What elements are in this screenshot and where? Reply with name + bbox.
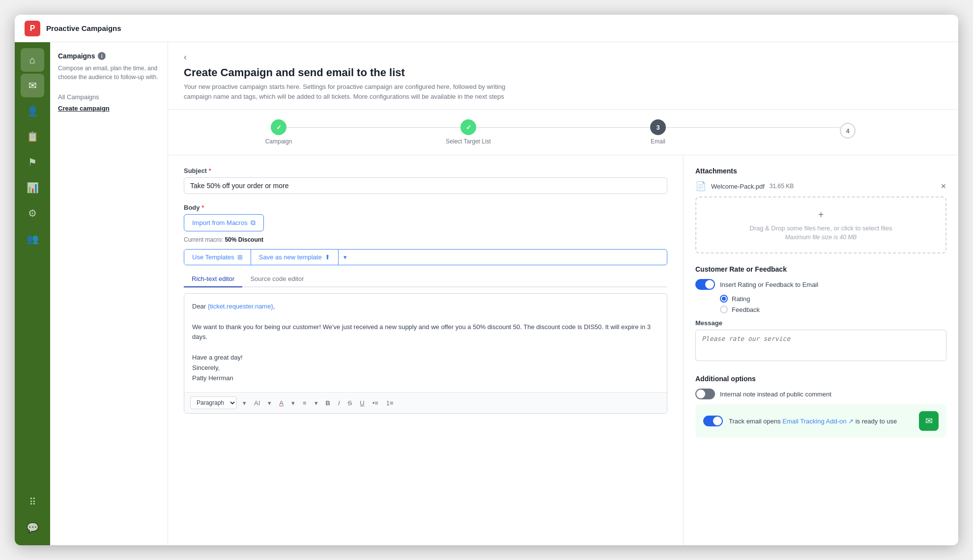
track-badge-icon: ✉ (919, 411, 939, 431)
insert-rating-toggle-row: Insert Rating or Feedback to Email (695, 279, 946, 290)
drop-zone[interactable]: + Drag & Drop some files here, or click … (695, 196, 946, 253)
page-title: Create Campaign and send email to the li… (184, 66, 943, 79)
sidebar-item-contact[interactable]: 👥 (21, 227, 44, 251)
form-area: Subject * Body * Import from Macros (168, 155, 958, 545)
attachment-remove-button[interactable]: ✕ (941, 182, 946, 190)
step-label-campaign: Campaign (265, 138, 292, 145)
toolbar-align-chevron[interactable]: ▾ (313, 398, 320, 408)
sidebar-item-grid[interactable]: ⠿ (21, 490, 44, 514)
sidebar-item-flag[interactable]: ⚑ (21, 150, 44, 174)
attachment-item: 📄 Welcome-Pack.pdf 31.65 KB ✕ (695, 181, 946, 192)
sidebar-item-reports[interactable]: 📋 (21, 125, 44, 148)
max-file-size: Maximum file size is 40 MB (708, 234, 934, 241)
toolbar-ai-chevron[interactable]: ▾ (266, 398, 273, 408)
sidebar: ⌂ ✉ 👤 📋 ⚑ 📊 ⚙ 👥 ⠿ 💬 (15, 42, 50, 545)
toolbar-underline[interactable]: U (358, 398, 366, 408)
step-campaign: ✓ Campaign (184, 119, 373, 145)
editor-body: Dear {ticket.requester.name}, We want to… (184, 293, 667, 414)
import-macros-button[interactable]: Import from Macros ⧉ (184, 214, 264, 231)
track-email-text: Track email opens Email Tracking Add-on … (729, 418, 913, 425)
file-icon: 📄 (695, 181, 706, 192)
back-button[interactable]: ‹ (184, 52, 187, 62)
internal-note-toggle[interactable] (695, 389, 715, 399)
email-tracking-link[interactable]: Email Tracking Add-on ↗ (782, 418, 855, 425)
import-macros-label: Import from Macros (192, 219, 248, 226)
subject-input[interactable] (184, 177, 667, 194)
editor-content[interactable]: Dear {ticket.requester.name}, We want to… (184, 294, 667, 392)
step-label-email: Email (651, 138, 665, 145)
sidebar-item-chart[interactable]: 📊 (21, 176, 44, 199)
body-label: Body * (184, 204, 667, 211)
step-target: ✓ Select Target List (373, 119, 563, 145)
attachments-section: Attachments 📄 Welcome-Pack.pdf 31.65 KB … (695, 167, 946, 253)
sidebar-item-chat[interactable]: 💬 (21, 516, 44, 539)
insert-rating-toggle[interactable] (695, 279, 715, 290)
toolbar-bold[interactable]: B (324, 398, 332, 408)
info-badge: i (98, 52, 106, 60)
save-as-template-button[interactable]: Save as new template ⬆ (251, 250, 338, 265)
sidebar-item-users[interactable]: 👤 (21, 99, 44, 123)
toolbar-bullet-list[interactable]: •≡ (371, 398, 380, 408)
step-email: 3 Email (563, 119, 753, 145)
track-email-toggle[interactable] (703, 416, 723, 426)
left-panel: Campaigns i Compose an email, plan the t… (50, 42, 168, 545)
insert-rating-label: Insert Rating or Feedback to Email (720, 281, 818, 288)
customer-rate-title: Customer Rate or Feedback (695, 265, 946, 273)
message-input[interactable] (695, 330, 946, 361)
sidebar-item-email[interactable]: ✉ (21, 74, 44, 97)
editor-tabs: Rich-text editor Source code editor (184, 271, 667, 287)
paragraph-select[interactable]: Paragraph (190, 396, 237, 409)
tab-source-code[interactable]: Source code editor (242, 271, 312, 287)
additional-options-title: Additional options (695, 375, 946, 383)
current-macro: Current macro: 50% Discount (184, 236, 667, 243)
toolbar-font-color[interactable]: A (277, 398, 286, 408)
message-group: Message (695, 319, 946, 363)
radio-rating[interactable]: Rating (720, 295, 946, 303)
step-circle-campaign: ✓ (271, 119, 286, 135)
toolbar-ai-btn[interactable]: AI (252, 398, 262, 408)
internal-note-toggle-row: Internal note instead of public comment (695, 389, 946, 399)
left-panel-title: Campaigns i (58, 52, 160, 60)
stepper: ✓ Campaign ✓ Select Target List 3 Email … (168, 110, 958, 155)
sidebar-item-settings[interactable]: ⚙ (21, 201, 44, 225)
step-circle-target: ✓ (460, 119, 476, 135)
step-4: 4 (753, 123, 943, 141)
internal-note-label: Internal note instead of public comment (720, 391, 831, 398)
toolbar-font-chevron[interactable]: ▾ (289, 398, 297, 408)
use-templates-button[interactable]: Use Templates ⊞ (184, 250, 251, 265)
editor-toolbar: Paragraph ▾ AI ▾ A ▾ ≡ ▾ B I (184, 392, 667, 413)
attachments-title: Attachments (695, 167, 946, 175)
sidebar-item-home[interactable]: ⌂ (21, 48, 44, 72)
use-templates-label: Use Templates (192, 253, 234, 261)
customer-rate-section: Customer Rate or Feedback Insert Rating … (695, 265, 946, 363)
app-title: Proactive Campaigns (46, 24, 121, 32)
toolbar-align[interactable]: ≡ (301, 398, 309, 408)
grid-icon: ⊞ (237, 253, 243, 261)
tab-rich-text[interactable]: Rich-text editor (184, 271, 242, 287)
additional-options-section: Additional options Internal note instead… (695, 375, 946, 438)
radio-feedback[interactable]: Feedback (720, 306, 946, 313)
left-panel-desc: Compose an email, plan the time, and cho… (58, 64, 160, 82)
toolbar-numbered-list[interactable]: 1≡ (384, 398, 396, 408)
radio-label-rating: Rating (732, 295, 750, 303)
radio-dot-feedback (720, 306, 728, 313)
toolbar-strikethrough[interactable]: S (346, 398, 354, 408)
body-group: Body * Import from Macros ⧉ Current macr… (184, 204, 667, 414)
nav-all-campaigns[interactable]: All Campaigns (58, 91, 160, 103)
subject-label: Subject * (184, 167, 667, 174)
form-left: Subject * Body * Import from Macros (168, 155, 683, 545)
upload-icon: ⬆ (325, 253, 330, 261)
drop-zone-text: Drag & Drop some files here, or click to… (708, 224, 934, 232)
copy-icon: ⧉ (251, 219, 256, 227)
toolbar-italic[interactable]: I (336, 398, 342, 408)
main-content: ‹ Create Campaign and send email to the … (168, 42, 958, 545)
page-desc: Your new proactive campaign starts here.… (184, 82, 528, 101)
radio-label-feedback: Feedback (732, 306, 760, 313)
nav-create-campaign[interactable]: Create campaign (58, 103, 160, 114)
toolbar-chevron-down[interactable]: ▾ (241, 398, 248, 408)
step-label-target: Select Target List (446, 138, 491, 145)
template-dropdown-button[interactable]: ▾ (338, 250, 352, 265)
radio-dot-rating (720, 295, 728, 303)
form-right: Attachments 📄 Welcome-Pack.pdf 31.65 KB … (683, 155, 958, 545)
content-header: ‹ Create Campaign and send email to the … (168, 42, 958, 110)
